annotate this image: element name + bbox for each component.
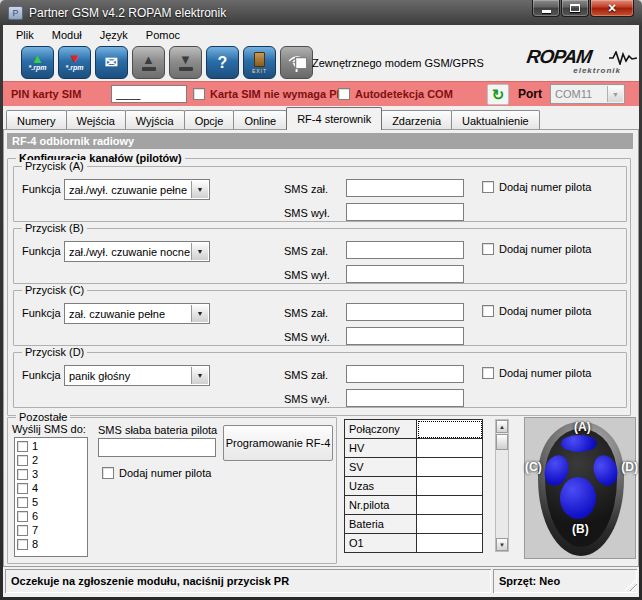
channel-c-sms-off-input[interactable] (346, 327, 464, 345)
write-module-button[interactable]: ▼ (169, 46, 202, 79)
keyfob-label-d: (D) (621, 460, 638, 474)
menu-jezyk[interactable]: Język (91, 27, 137, 43)
menu-bar: Plik Moduł Język Pomoc (3, 25, 639, 45)
pin-input[interactable] (111, 85, 187, 103)
channel-d-sms-on-input[interactable] (346, 365, 464, 383)
tab-opcje[interactable]: Opcje (184, 110, 235, 130)
channel-b-add-pilot-checkbox[interactable] (482, 243, 494, 255)
channel-a-function-select[interactable]: zał./wył. czuwanie pełne ▼ (64, 179, 210, 200)
channel-b-function-select[interactable]: zał./wył. czuwanie nocne ▼ (64, 241, 210, 262)
sms-number-item[interactable]: 4 (17, 481, 87, 495)
pin-label: PIN karty SIM (11, 88, 81, 100)
sms-number-item[interactable]: 3 (17, 467, 87, 481)
external-modem-checkbox[interactable] (295, 57, 307, 69)
channel-c-sms-on-input[interactable] (346, 303, 464, 321)
no-pin-checkbox[interactable] (193, 88, 205, 100)
channel-c-add-pilot-checkbox[interactable] (482, 305, 494, 317)
resize-grip[interactable] (624, 578, 637, 591)
funkcja-label: Funkcja (22, 369, 61, 381)
table-cell-value[interactable] (417, 420, 483, 439)
channel-d-add-pilot-checkbox[interactable] (482, 367, 494, 379)
sms-number-checkbox[interactable] (17, 497, 28, 508)
rf4-status-table: Połączony HV SV Uzas Nr.pilota (344, 419, 483, 553)
table-cell-value[interactable] (417, 477, 483, 496)
exit-button[interactable]: EXIT (243, 46, 276, 79)
read-module-button[interactable]: ▲ (132, 46, 165, 79)
sms-off-label: SMS wył. (284, 393, 330, 405)
port-select[interactable]: COM11 ▼ (550, 84, 625, 104)
sms-number-item[interactable]: 2 (17, 453, 87, 467)
refresh-ports-button[interactable]: ↻ (487, 84, 509, 105)
channel-d-sms-off-input[interactable] (346, 389, 464, 407)
send-settings-button[interactable]: ✉ (95, 46, 128, 79)
sms-number-item[interactable]: 6 (17, 509, 87, 523)
funkcja-label: Funkcja (22, 307, 61, 319)
chevron-down-icon: ▼ (607, 86, 623, 102)
pozostale-title: Pozostałe (16, 411, 70, 423)
funkcja-label: Funkcja (22, 183, 61, 195)
tab-wyjscia[interactable]: Wyjścia (125, 110, 185, 130)
pozostale-add-pilot-checkbox[interactable] (102, 467, 114, 479)
sms-number-item[interactable]: 7 (17, 523, 87, 537)
scrollbar-thumb[interactable] (496, 434, 508, 450)
maximize-button[interactable] (561, 0, 589, 17)
table-row: Nr.pilota (345, 496, 483, 515)
channel-b-groupbox: Przycisk (B) Funkcja zał./wył. czuwanie … (13, 228, 627, 284)
channel-b-sms-on-input[interactable] (346, 241, 464, 259)
menu-pomoc[interactable]: Pomoc (137, 27, 189, 43)
tab-online[interactable]: Online (233, 110, 287, 130)
program-rf4-button[interactable]: Programowanie RF-4 (223, 425, 333, 461)
sms-number-checkbox[interactable] (17, 525, 28, 536)
sms-number-checkbox[interactable] (17, 511, 28, 522)
help-button[interactable]: ? (206, 46, 239, 79)
tab-numery[interactable]: Numery (6, 110, 67, 130)
table-cell-value[interactable] (417, 534, 483, 553)
chevron-down-icon: ▼ (191, 367, 208, 384)
scroll-down-button[interactable]: ▼ (496, 538, 508, 551)
keyfob-button-a (561, 435, 597, 452)
sms-number-checkbox[interactable] (17, 455, 28, 466)
tab-uaktualnienie[interactable]: Uaktualnienie (451, 110, 540, 130)
menu-plik[interactable]: Plik (7, 27, 43, 43)
tab-wejscia[interactable]: Wejścia (66, 110, 126, 130)
sms-number-item[interactable]: 5 (17, 495, 87, 509)
chevron-down-icon: ▼ (191, 305, 208, 322)
port-label: Port (518, 87, 542, 101)
channel-d-function-select[interactable]: panik głośny ▼ (64, 365, 210, 386)
table-cell-value[interactable] (417, 496, 483, 515)
add-pilot-label: Dodaj numer pilota (499, 243, 591, 255)
sms-number-item[interactable]: 8 (17, 537, 87, 551)
table-cell-value[interactable] (417, 458, 483, 477)
autodetect-com-checkbox[interactable] (338, 88, 350, 100)
save-rpm-button[interactable]: ▼ *.rpm (58, 46, 91, 79)
open-rpm-button[interactable]: ▲ *.rpm (21, 46, 54, 79)
tab-rf4-sterownik[interactable]: RF-4 sterownik (286, 107, 382, 130)
table-cell-value[interactable] (417, 439, 483, 458)
minimize-button[interactable] (532, 0, 560, 17)
channel-a-sms-off-input[interactable] (346, 203, 464, 221)
sms-number-checkbox[interactable] (17, 469, 28, 480)
device-icon (142, 67, 156, 71)
channel-a-sms-on-input[interactable] (346, 179, 464, 197)
title-bar[interactable]: P Partner GSM v4.2 ROPAM elektronik × (0, 0, 642, 25)
no-pin-label: Karta SIM nie wymaga PIN (210, 88, 348, 100)
close-button[interactable]: × (590, 0, 634, 17)
low-battery-sms-input[interactable] (98, 438, 216, 457)
status-table-scrollbar[interactable]: ▲ ▼ (495, 419, 509, 552)
section-header: RF-4 odbiornik radiowy (7, 133, 633, 149)
sms-on-label: SMS zał. (284, 245, 328, 257)
tab-zdarzenia[interactable]: Zdarzenia (381, 110, 452, 130)
menu-modul[interactable]: Moduł (43, 27, 91, 43)
table-cell-value[interactable] (417, 515, 483, 534)
sms-number-checkbox[interactable] (17, 483, 28, 494)
channel-a-add-pilot-checkbox[interactable] (482, 181, 494, 193)
sms-number-item[interactable]: 1 (17, 439, 87, 453)
sms-number-checkbox[interactable] (17, 539, 28, 550)
channel-b-sms-off-input[interactable] (346, 265, 464, 283)
scroll-up-button[interactable]: ▲ (496, 420, 508, 433)
rf4-tab-page: RF-4 odbiornik radiowy Konfiguracja kana… (3, 129, 639, 567)
sms-number-checkbox[interactable] (17, 441, 28, 452)
sms-numbers-listbox[interactable]: 1 2 3 4 5 6 7 8 (14, 437, 88, 557)
channel-c-function-select[interactable]: zał. czuwanie pełne ▼ (64, 303, 210, 324)
ropam-logo: ROPAM elektronik (527, 47, 635, 79)
